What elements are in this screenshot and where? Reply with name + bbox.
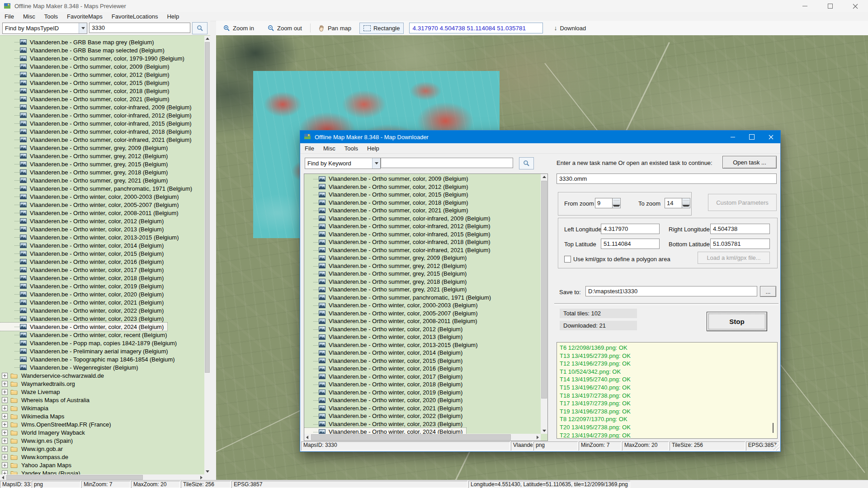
menu-item[interactable]: Tools (340, 145, 363, 152)
tree-item[interactable]: Vlaanderen.be - Ortho winter, color, 202… (0, 314, 167, 323)
list-item[interactable]: Vlaanderen.be - Ortho winter, color, 201… (304, 373, 466, 381)
scrollbar-thumb[interactable] (205, 42, 210, 373)
top-latitude-field[interactable] (601, 239, 660, 249)
list-item[interactable]: Vlaanderen.be - Ortho winter, color, 201… (304, 380, 466, 389)
tree-item[interactable]: Waymarkedtrails.org (0, 380, 79, 388)
list-item[interactable]: Vlaanderen.be - Ortho winter, color, 202… (304, 412, 466, 420)
tree-item[interactable]: Vlaanderen.be - Ortho winter, color, 202… (0, 323, 167, 331)
list-vertical-scrollbar[interactable] (541, 174, 547, 434)
search-input[interactable] (381, 158, 513, 168)
scroll-down-icon[interactable] (204, 469, 210, 474)
scrollbar-thumb[interactable] (311, 434, 511, 440)
list-item[interactable]: Vlaanderen.be - Ortho summer, grey, 2012… (304, 262, 470, 270)
download-log[interactable]: T6 12/2098/1369.png: OKT13 13/4195/2739.… (557, 342, 778, 439)
tree-item[interactable]: Yandex Maps (Russia) (0, 469, 84, 474)
tree-item[interactable]: Vlaanderen.be - Ortho summer, panchromat… (0, 184, 196, 192)
tree-item[interactable]: World Imagery Wayback (0, 428, 89, 436)
tree-item[interactable]: Vlaanderen.be - Ortho winter, color, 200… (0, 201, 183, 209)
tree-item[interactable]: Vlaanderen.be - Ortho winter, color, 202… (0, 298, 167, 306)
list-item[interactable]: Vlaanderen.be - Ortho summer, grey, 2009… (304, 254, 470, 262)
list-horizontal-scrollbar[interactable] (304, 434, 541, 441)
tree-item[interactable]: Vlaanderen.be - Ortho summer, color, 201… (0, 70, 173, 79)
spin-up-icon[interactable] (682, 198, 690, 203)
menu-item[interactable]: FavoriteMaps (62, 13, 107, 20)
expand-plus-icon[interactable] (2, 446, 8, 452)
tree-item[interactable]: Vlaanderen.be - Ortho winter, color, 202… (0, 306, 167, 314)
scroll-up-icon[interactable] (541, 174, 547, 180)
expand-plus-icon[interactable] (2, 381, 8, 387)
tree-item[interactable]: Vlaanderen.be - Ortho winter, color, 201… (0, 282, 167, 290)
expand-plus-icon[interactable] (2, 438, 8, 444)
to-zoom-stepper[interactable]: 14 (665, 198, 690, 208)
tree-item[interactable]: Vlaanderen.be - Ortho winter, color, 201… (0, 266, 167, 274)
tree-item[interactable]: Vlaanderen.be - Ortho winter, color, 200… (0, 192, 183, 201)
browse-button[interactable]: ... (760, 286, 776, 297)
task-name-input[interactable] (557, 174, 777, 184)
selection-coordinates-field[interactable]: 4.317970 4.504738 51.114084 51.035781 (409, 23, 543, 33)
spin-down-icon[interactable] (682, 203, 690, 208)
rectangle-select-button[interactable]: Rectangle (359, 23, 404, 34)
tree-item[interactable]: Vlaanderen.be - Ortho summer, grey, 2015… (0, 160, 171, 168)
tree-item[interactable]: Vlaanderen.be - GRB Base map grey (Belgi… (0, 38, 158, 46)
list-item[interactable]: Vlaanderen.be - Ortho winter, color, 201… (304, 389, 466, 397)
scroll-down-icon[interactable] (541, 428, 547, 434)
tree-item[interactable]: Vlaanderen.be - Ortho winter, color, 201… (0, 233, 183, 241)
menu-item[interactable]: Misc (319, 145, 340, 152)
tree-item[interactable]: Vlaanderen.be - Ortho summer, color, 201… (0, 79, 173, 87)
zoom-out-button[interactable]: Zoom out (264, 23, 306, 33)
open-task-button[interactable]: Open task ... (722, 156, 777, 169)
list-item[interactable]: Vlaanderen.be - Ortho winter, color, 201… (304, 333, 466, 341)
list-item[interactable]: Vlaanderen.be - Ortho summer, color, 201… (304, 199, 472, 207)
list-item[interactable]: Vlaanderen.be - Ortho winter, color, 201… (304, 325, 466, 333)
menu-item[interactable]: Help (162, 13, 184, 20)
resize-grip[interactable] (774, 445, 779, 450)
menu-item[interactable]: Help (363, 145, 384, 152)
list-item[interactable]: Vlaanderen.be - Ortho summer, color, 200… (304, 175, 472, 183)
tree-item[interactable]: Vlaanderen.be - Ortho winter, color, 201… (0, 274, 167, 282)
pan-map-button[interactable]: Pan map (315, 23, 355, 33)
list-item[interactable]: Vlaanderen.be - Ortho winter, color, 202… (304, 396, 466, 404)
menu-item[interactable]: File (0, 13, 19, 20)
list-item[interactable]: Vlaanderen.be - Ortho summer, color, 201… (304, 183, 472, 191)
expand-plus-icon[interactable] (2, 413, 8, 419)
tree-item[interactable]: Vlaanderen.be - Topographic map 1846-185… (0, 355, 179, 363)
custom-parameters-button[interactable]: Custom Parameters (708, 194, 777, 211)
save-path-field[interactable] (585, 286, 757, 296)
list-item[interactable]: Vlaanderen.be - Ortho winter, color, 201… (304, 365, 466, 373)
scrollbar-thumb[interactable] (541, 181, 547, 399)
tree-item[interactable]: Wikimedia Maps (0, 412, 68, 420)
tree-item[interactable]: Vlaanderen.be - Ortho winter, color, 201… (0, 217, 167, 225)
list-item[interactable]: Vlaanderen.be - Ortho summer, color-infr… (304, 215, 494, 223)
tree-item[interactable]: Vlaanderen.be - Ortho winter, color, 201… (0, 241, 167, 249)
list-item[interactable]: Vlaanderen.be - Ortho winter, color, 201… (304, 341, 481, 349)
tree-item[interactable]: Vlaanderen.be - Ortho winter, color, 202… (0, 290, 167, 298)
tree-item[interactable]: Vlaanderen.be - Ortho winter, color, rec… (0, 331, 170, 339)
list-item[interactable]: Vlaanderen.be - Ortho summer, color, 201… (304, 191, 472, 199)
tree-item[interactable]: Wanderservice-schwarzwald.de (0, 371, 108, 380)
search-input[interactable] (89, 23, 190, 33)
tree-item[interactable]: Vlaanderen.be - Ortho winter, color, 200… (0, 209, 182, 217)
list-item[interactable]: Vlaanderen.be - Ortho winter, color, 200… (304, 301, 481, 310)
search-mode-dropdown[interactable]: Find by Keyword (305, 158, 381, 169)
tree-item[interactable]: Whereis Maps of Australia (0, 396, 93, 404)
list-item[interactable]: Vlaanderen.be - Ortho summer, grey, 2018… (304, 278, 470, 286)
minimize-button[interactable] (723, 131, 742, 143)
tree-item[interactable]: Vlaanderen.be - Ortho summer, grey, 2021… (0, 176, 171, 184)
spin-up-icon[interactable] (613, 198, 620, 203)
menu-item[interactable]: FavoriteLocations (107, 13, 163, 20)
load-kml-button[interactable]: Load a kml/gpx file... (698, 252, 770, 264)
list-item[interactable]: Vlaanderen.be - Ortho winter, color, 202… (304, 404, 466, 413)
download-button[interactable]: ↓ Download (550, 23, 590, 33)
scroll-up-icon[interactable] (204, 36, 210, 42)
search-button[interactable] (519, 157, 534, 169)
expand-plus-icon[interactable] (2, 405, 8, 411)
close-button[interactable] (761, 131, 780, 143)
tree-item[interactable]: Wms.OpenStreetMap.FR (France) (0, 420, 115, 428)
expand-plus-icon[interactable] (2, 373, 8, 379)
maximize-button[interactable] (742, 131, 761, 143)
kml-polygon-checkbox[interactable] (564, 256, 571, 263)
bottom-latitude-field[interactable] (710, 239, 770, 249)
list-item[interactable]: Vlaanderen.be - Ortho summer, color-infr… (304, 222, 494, 230)
tree-item[interactable]: Vlaanderen.be - Popp map, copies 1842-18… (0, 339, 180, 347)
tree-item[interactable]: Www.kompass.de (0, 453, 72, 461)
